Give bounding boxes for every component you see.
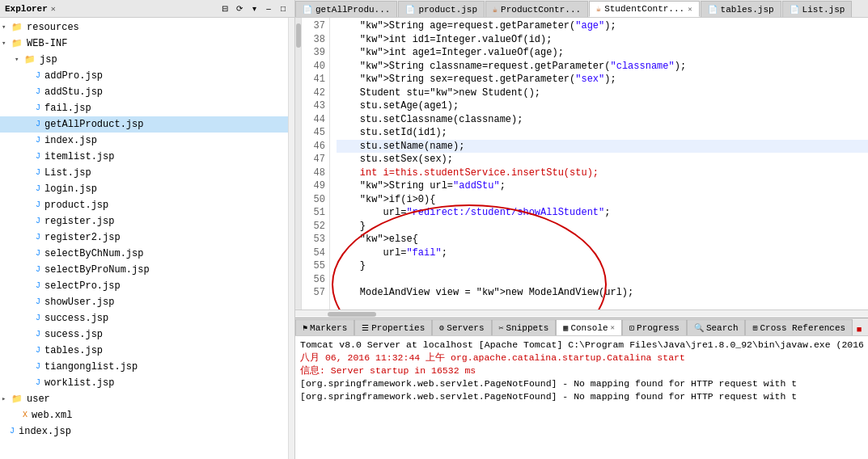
tree-item-fail[interactable]: Jfail.jsp — [0, 100, 288, 116]
console-tab-label: Servers — [447, 323, 484, 333]
tree-item-login[interactable]: Jlogin.jsp — [0, 181, 288, 197]
tab-label: getAllProdu... — [315, 5, 390, 15]
code-line: url="fail"; — [337, 246, 868, 260]
tree-item-tables[interactable]: Jtables.jsp — [0, 343, 288, 359]
code-line: int i=this.studentService.insertStu(stu)… — [337, 166, 868, 180]
file-icon-jsp: J — [36, 327, 40, 342]
line-number: 39 — [302, 46, 325, 60]
code-line: stu.setAge(age1); — [337, 99, 868, 113]
toolbar-btn-collapse[interactable]: ⊟ — [218, 2, 231, 15]
tree-item-sucess[interactable]: Jsucess.jsp — [0, 326, 288, 343]
tree-item-selectByChNum[interactable]: JselectByChNum.jsp — [0, 246, 288, 262]
line-number: 43 — [302, 99, 325, 113]
console-tab-icon: ⊞ — [752, 323, 757, 333]
tree-item-label: register.jsp — [44, 214, 114, 229]
editor-tab-StudentContr[interactable]: ☕StudentContr...✕ — [589, 1, 699, 17]
file-icon-jsp: J — [36, 133, 40, 148]
file-icon-jsp: J — [36, 360, 40, 374]
console-tab-snippets[interactable]: ✂Snippets — [492, 319, 557, 335]
console-line: [org.springframework.web.servlet.PageNot… — [300, 390, 863, 403]
tree-item-worklist[interactable]: Jworklist.jsp — [0, 375, 288, 391]
console-tab-progress[interactable]: ⊡Progress — [622, 319, 687, 335]
tree-item-itemlist[interactable]: Jitemlist.jsp — [0, 149, 288, 165]
console-tab-servers[interactable]: ⚙Servers — [432, 319, 491, 335]
console-tab-markers[interactable]: ⚑Markers — [295, 319, 354, 335]
editor-tab-ProductContr[interactable]: ☕ProductContr... — [485, 1, 588, 17]
line-number: 41 — [302, 73, 325, 86]
explorer-header: Explorer ✕ ⊟ ⟳ ▾ – □ — [0, 0, 294, 18]
code-content[interactable]: "kw">String age=request.getParameter("ag… — [330, 18, 868, 310]
console-tab-close[interactable]: ✕ — [611, 323, 615, 332]
console-tab-search[interactable]: 🔍Search — [687, 319, 746, 335]
code-line: "kw">String age=request.getParameter("ag… — [337, 19, 868, 33]
tree-item-resources[interactable]: ▾📁resources — [0, 19, 288, 36]
code-line: "kw">int id1=Integer.valueOf(id); — [337, 33, 868, 47]
horizontal-scrollbar[interactable] — [295, 310, 868, 318]
code-line: stu.setSex(sex); — [337, 153, 868, 166]
line-number: 45 — [302, 126, 325, 140]
expand-arrow: ▸ — [2, 392, 10, 406]
toolbar-btn-link[interactable]: ⟳ — [233, 2, 246, 15]
console-tab-icon: ⚑ — [303, 323, 307, 333]
line-number: 52 — [302, 220, 325, 234]
console-tab-properties[interactable]: ☰Properties — [354, 319, 432, 335]
tree-item-tiangonglist[interactable]: Jtiangonglist.jsp — [0, 359, 288, 375]
jsp-tab-icon: 📄 — [405, 5, 415, 15]
console-tab-console[interactable]: ▦Console✕ — [556, 319, 622, 335]
tree-item-List[interactable]: JList.jsp — [0, 165, 288, 181]
editor-vertical-scrollbar[interactable] — [295, 18, 302, 310]
console-content: Tomcat v8.0 Server at localhost [Apache … — [295, 336, 868, 459]
tree-item-register2[interactable]: Jregister2.jsp — [0, 230, 288, 246]
console-tab-label: Cross References — [760, 323, 846, 333]
expand-arrow: ▾ — [2, 20, 10, 35]
tree-item-selectByProNum[interactable]: JselectByProNum.jsp — [0, 262, 288, 278]
tree-item-index2[interactable]: Jindex.jsp — [0, 423, 288, 440]
code-line: Student stu="kw">new Student(); — [337, 86, 868, 100]
line-number: 47 — [302, 153, 325, 166]
file-icon-jsp: J — [36, 311, 40, 326]
folder-icon: 📁 — [11, 36, 23, 51]
code-line: "kw">else{ — [337, 233, 868, 246]
console-tab-crossref[interactable]: ⊞Cross References — [745, 319, 853, 335]
tree-item-showUser[interactable]: JshowUser.jsp — [0, 294, 288, 310]
file-icon-jsp: J — [36, 230, 40, 245]
tree-item-index[interactable]: Jindex.jsp — [0, 133, 288, 149]
file-icon-jsp: J — [36, 85, 40, 99]
tree-item-success[interactable]: Jsuccess.jsp — [0, 310, 288, 326]
tree-item-webxml[interactable]: Xweb.xml — [0, 407, 288, 423]
jsp-tab-icon: 📄 — [790, 5, 799, 15]
tree-item-product[interactable]: Jproduct.jsp — [0, 197, 288, 213]
tree-item-label: selectPro.jsp — [44, 279, 121, 293]
editor-tab-Listjsp[interactable]: 📄List.jsp — [782, 1, 853, 17]
tree-item-register[interactable]: Jregister.jsp — [0, 213, 288, 230]
console-toolbar-btn-0[interactable]: ■ — [853, 322, 866, 335]
toolbar-btn-max[interactable]: □ — [277, 2, 290, 15]
tree-item-addStu[interactable]: JaddStu.jsp — [0, 84, 288, 100]
jsp-tab-icon: 📄 — [708, 5, 718, 15]
tree-item-jsp[interactable]: ▾📁jsp — [0, 52, 288, 68]
folder-icon: 📁 — [24, 53, 36, 67]
tree-item-user[interactable]: ▸📁user — [0, 391, 288, 407]
jsp-tab-icon: 📄 — [303, 5, 312, 15]
file-icon-jsp: J — [36, 343, 40, 358]
editor-tab-productjsp[interactable]: 📄product.jsp — [398, 1, 485, 17]
code-line: } — [337, 259, 868, 273]
code-line: "kw">int age1=Integer.valueOf(age); — [337, 46, 868, 60]
console-tab-icon: ✂ — [499, 323, 504, 333]
line-number: 56 — [302, 273, 325, 287]
tree-item-label: itemlist.jsp — [44, 149, 114, 164]
tree-item-addPro[interactable]: JaddPro.jsp — [0, 68, 288, 84]
explorer-panel: Explorer ✕ ⊟ ⟳ ▾ – □ ▾📁resources▾📁WEB-IN… — [0, 0, 295, 459]
line-number: 46 — [302, 140, 325, 154]
toolbar-btn-min[interactable]: – — [262, 2, 275, 15]
toolbar-btn-menu[interactable]: ▾ — [248, 2, 260, 15]
tree-item-web-inf[interactable]: ▾📁WEB-INF — [0, 36, 288, 52]
tree-item-getAllProduct[interactable]: JgetAllProduct.jsp — [0, 116, 288, 133]
tab-label: ProductContr... — [501, 5, 581, 15]
editor-tab-getAllProdu[interactable]: 📄getAllProdu... — [295, 1, 397, 17]
tab-close-btn[interactable]: ✕ — [688, 5, 692, 14]
file-icon-jsp: J — [36, 101, 40, 116]
tree-item-selectPro[interactable]: JselectPro.jsp — [0, 278, 288, 294]
editor-tab-tablesjsp[interactable]: 📄tables.jsp — [701, 1, 781, 17]
explorer-scrollbar[interactable] — [288, 18, 294, 459]
